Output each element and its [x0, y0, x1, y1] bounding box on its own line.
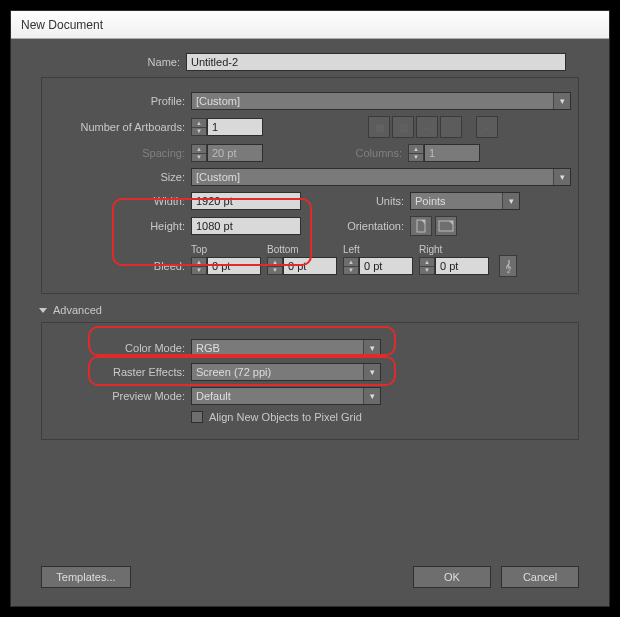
main-panel: Profile: [Custom] Number of Artboards: ▲…	[41, 77, 579, 294]
bleed-label: Bleed:	[46, 260, 191, 272]
bleed-top-stepper[interactable]: ▲▼	[191, 257, 207, 275]
orientation-portrait-button[interactable]	[410, 216, 432, 236]
titlebar: New Document	[11, 11, 609, 39]
color-mode-select[interactable]: RGB	[191, 339, 381, 357]
spacing-input	[207, 144, 263, 162]
templates-button[interactable]: Templates...	[41, 566, 131, 588]
bleed-top-input[interactable]	[207, 257, 261, 275]
columns-label: Columns:	[263, 147, 408, 159]
size-select[interactable]: [Custom]	[191, 168, 571, 186]
columns-stepper: ▲▼	[408, 144, 424, 162]
bleed-top-label: Top	[191, 244, 267, 255]
link-bleed-icon[interactable]: 𝄞	[499, 255, 517, 277]
color-mode-label: Color Mode:	[46, 342, 191, 354]
raster-label: Raster Effects:	[46, 366, 191, 378]
bleed-bottom-stepper[interactable]: ▲▼	[267, 257, 283, 275]
height-label: Height:	[46, 220, 191, 232]
height-input[interactable]	[191, 217, 301, 235]
columns-input	[424, 144, 480, 162]
spacing-stepper: ▲▼	[191, 144, 207, 162]
width-input[interactable]	[191, 192, 301, 210]
window-title: New Document	[21, 18, 103, 32]
advanced-header[interactable]: Advanced	[39, 304, 609, 316]
advanced-panel: Color Mode: RGB Raster Effects: Screen (…	[41, 322, 579, 440]
bleed-right-label: Right	[419, 244, 495, 255]
size-label: Size:	[46, 171, 191, 183]
grid-by-col-icon: ▥	[392, 116, 414, 138]
orientation-label: Orientation:	[301, 220, 410, 232]
name-label: Name:	[11, 56, 186, 68]
profile-select[interactable]: [Custom]	[191, 92, 571, 110]
ok-button[interactable]: OK	[413, 566, 491, 588]
disclosure-triangle-icon	[39, 308, 47, 313]
profile-label: Profile:	[46, 95, 191, 107]
units-select[interactable]: Points	[410, 192, 520, 210]
cancel-button[interactable]: Cancel	[501, 566, 579, 588]
bleed-left-input[interactable]	[359, 257, 413, 275]
preview-select[interactable]: Default	[191, 387, 381, 405]
bleed-right-stepper[interactable]: ▲▼	[419, 257, 435, 275]
orientation-landscape-button[interactable]	[435, 216, 457, 236]
artboards-input[interactable]	[207, 118, 263, 136]
units-label: Units:	[301, 195, 410, 207]
arrange-col-icon: ↓	[440, 116, 462, 138]
spacing-label: Spacing:	[46, 147, 191, 159]
dialog-body: Name: Profile: [Custom] Number of Artboa…	[11, 39, 609, 606]
grid-by-row-icon: ▦	[368, 116, 390, 138]
name-input[interactable]	[186, 53, 566, 71]
artboards-stepper[interactable]: ▲▼	[191, 118, 207, 136]
align-grid-checkbox[interactable]	[191, 411, 203, 423]
bleed-left-label: Left	[343, 244, 419, 255]
preview-label: Preview Mode:	[46, 390, 191, 402]
artboards-label: Number of Artboards:	[46, 121, 191, 133]
raster-select[interactable]: Screen (72 ppi)	[191, 363, 381, 381]
bleed-bottom-label: Bottom	[267, 244, 343, 255]
arrange-rtl-icon: →	[476, 116, 498, 138]
arrange-row-icon: →|	[416, 116, 438, 138]
width-label: Width:	[46, 195, 191, 207]
bleed-right-input[interactable]	[435, 257, 489, 275]
align-grid-label: Align New Objects to Pixel Grid	[209, 411, 362, 423]
dialog-window: New Document Name: Profile: [Custom] Num…	[10, 10, 610, 607]
bleed-left-stepper[interactable]: ▲▼	[343, 257, 359, 275]
bleed-bottom-input[interactable]	[283, 257, 337, 275]
